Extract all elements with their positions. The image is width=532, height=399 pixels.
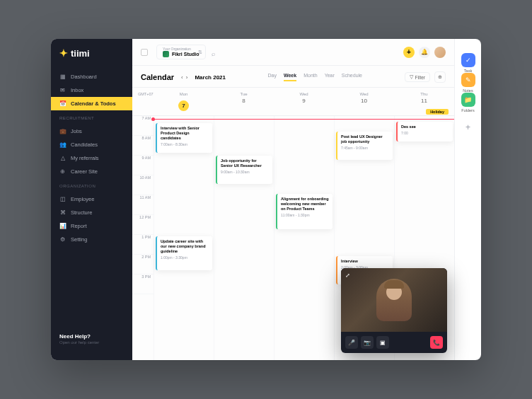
calendar-event[interactable]: Alignment for onboarding welcoming new m… <box>276 194 332 229</box>
chevron-updown-icon: ⇅ <box>198 50 202 55</box>
sidebar-item-jobs[interactable]: 💼Jobs <box>51 125 132 138</box>
nav-icon: ▦ <box>59 74 66 80</box>
end-call-button[interactable]: 📞 <box>430 336 443 349</box>
calendar-event[interactable]: Job opportunity for Senior UX Researcher… <box>216 156 272 184</box>
more-options-button[interactable]: ⊕ <box>434 71 446 83</box>
filter-button[interactable]: ▽ Filter <box>405 72 430 82</box>
nav-icon: 📊 <box>59 223 66 229</box>
sidebar-item-dashboard[interactable]: ▦Dashboard <box>51 70 132 83</box>
notifications-button[interactable]: 🔔 <box>419 47 430 58</box>
sidebar: ✦ tiimi ▦Dashboard✉Inbox📅Calendar & Todo… <box>51 39 132 360</box>
filter-icon: ▽ <box>410 74 413 80</box>
video-call-widget[interactable]: ⤢ 🎤 📷 ▣ 📞 <box>341 268 447 353</box>
grid-column[interactable]: Interview with Senior Product Design can… <box>154 116 214 360</box>
day-column[interactable]: Mon7 <box>154 92 214 111</box>
timezone-label: GMT+07 <box>138 92 154 96</box>
time-label: 12 PM <box>132 215 154 235</box>
screen-share-button[interactable]: ▣ <box>376 336 389 349</box>
day-column[interactable]: Wed9 <box>274 92 334 111</box>
logo-icon: ✦ <box>59 47 68 59</box>
calendar-event[interactable]: Interview with Senior Product Design can… <box>156 123 212 153</box>
user-avatar[interactable] <box>434 47 446 58</box>
sidebar-item-candidates[interactable]: 👥Candidates <box>51 138 132 151</box>
sidebar-item-inbox[interactable]: ✉Inbox <box>51 83 132 97</box>
topbar: Your Organization Fikri Studio ⇅ ⌕ + 🔔 <box>132 39 454 66</box>
rail-item-notes[interactable]: ✎Notes <box>461 73 475 93</box>
days-header: GMT+07 Mon7Tue8Wed9Wed10Thu11 <box>132 88 454 116</box>
time-label: 8 AM <box>132 136 154 156</box>
day-column[interactable]: Wed10 <box>334 92 394 111</box>
nav-icon: 💼 <box>59 128 66 134</box>
sidebar-item-setting[interactable]: ⚙Setting <box>51 233 132 246</box>
logo: ✦ tiimi <box>51 47 132 69</box>
view-tab-day[interactable]: Day <box>268 73 277 81</box>
nav-icon: 📅 <box>59 100 66 107</box>
page-title: Calendar <box>141 73 174 81</box>
notes-icon: ✎ <box>461 73 475 87</box>
expand-icon[interactable]: ⤢ <box>345 272 350 279</box>
video-participant <box>376 279 412 321</box>
time-label: 1 PM <box>132 235 154 255</box>
task-icon: ✓ <box>461 53 475 67</box>
prev-button[interactable]: ‹ <box>181 74 183 81</box>
video-frame: ⤢ <box>341 268 447 332</box>
calendar-event[interactable]: Post lead UX Designer job opportunity7:4… <box>336 132 393 160</box>
help-title: Need Help? <box>59 333 124 340</box>
rail-item-task[interactable]: ✓Task <box>461 53 475 73</box>
next-button[interactable]: › <box>186 74 188 81</box>
search-input[interactable]: ⌕ <box>212 46 398 59</box>
view-tab-schedule[interactable]: Schedule <box>342 73 362 81</box>
nav-icon: ⊕ <box>59 168 66 175</box>
camera-button[interactable]: 📷 <box>361 336 374 349</box>
org-name: Fikri Studio <box>172 52 200 57</box>
org-switcher[interactable]: Your Organization Fikri Studio ⇅ <box>156 45 206 59</box>
sidebar-item-my-referrals[interactable]: △My referrals <box>51 151 132 165</box>
calendar-event[interactable]: Des see7:00 <box>396 122 453 141</box>
grid-column[interactable]: Alignment for onboarding welcoming new m… <box>274 116 334 360</box>
time-label: 3 PM <box>132 274 154 294</box>
current-month: March 2021 <box>195 74 226 81</box>
org-logo <box>163 51 169 57</box>
nav-icon: ◫ <box>59 196 66 202</box>
time-label: 11 AM <box>132 195 154 215</box>
nav-section-organization: ORGANIZATION <box>51 180 132 191</box>
time-label: 9 AM <box>132 156 154 175</box>
nav-icon: 👥 <box>59 141 66 148</box>
day-column[interactable]: Thu11 <box>394 92 454 111</box>
calendar-event[interactable]: Update career site with our new company … <box>156 236 212 270</box>
sidebar-item-calendar-todos[interactable]: 📅Calendar & Todos <box>51 97 132 110</box>
nav-icon: △ <box>59 155 66 161</box>
rail-item-folders[interactable]: 📁Folders <box>461 93 475 112</box>
holiday-badge: Holiday <box>426 109 449 115</box>
folders-icon: 📁 <box>461 93 475 107</box>
nav-icon: ✉ <box>59 87 66 93</box>
right-rail: ✓Task✎Notes📁Folders + <box>454 39 481 360</box>
help-box[interactable]: Need Help? Open our help center <box>51 333 132 352</box>
nav-icon: ⌘ <box>59 209 66 216</box>
search-icon: ⌕ <box>212 50 215 57</box>
sidebar-item-career-site[interactable]: ⊕Career Site <box>51 165 132 178</box>
view-tab-year[interactable]: Year <box>325 73 335 81</box>
nav-icon: ⚙ <box>59 236 66 243</box>
sidebar-item-employee[interactable]: ◫Employee <box>51 192 132 206</box>
day-column[interactable]: Tue8 <box>214 92 274 111</box>
time-label: 7 AM <box>132 116 154 136</box>
brand-name: tiimi <box>71 48 90 59</box>
sidebar-item-report[interactable]: 📊Report <box>51 219 132 233</box>
calendar-header: Calendar ‹ › March 2021 DayWeekMonthYear… <box>132 66 454 88</box>
rail-add-button[interactable]: + <box>466 122 470 132</box>
view-tab-week[interactable]: Week <box>284 73 296 81</box>
help-subtitle: Open our help center <box>59 340 124 345</box>
current-time-indicator <box>154 119 454 120</box>
time-label: 10 AM <box>132 175 154 195</box>
mic-button[interactable]: 🎤 <box>345 336 358 349</box>
grid-column[interactable]: Job opportunity for Senior UX Researcher… <box>214 116 274 360</box>
nav-section-recruitment: RECRUITMENT <box>51 112 132 123</box>
sidebar-item-structure[interactable]: ⌘Structure <box>51 206 132 219</box>
time-label: 2 PM <box>132 255 154 274</box>
view-tab-month[interactable]: Month <box>303 73 317 81</box>
panel-toggle-icon[interactable] <box>141 49 148 56</box>
add-button[interactable]: + <box>403 47 415 58</box>
